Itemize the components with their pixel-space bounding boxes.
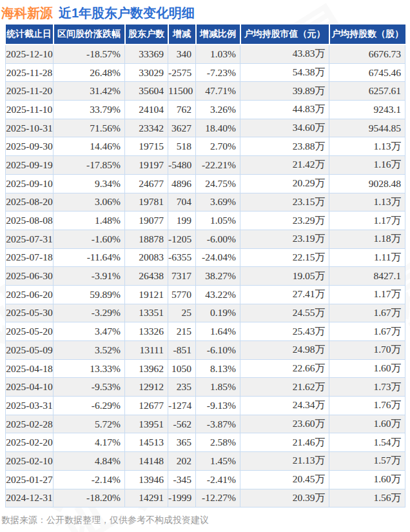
cell-date: 2025-05-09 — [6, 341, 54, 360]
cell-change: -1274 — [168, 397, 196, 415]
cell-avg-shares: 6745.46 — [329, 63, 405, 82]
cell-date: 2024-12-31 — [6, 489, 54, 507]
cell-price-change: 5.72% — [54, 415, 125, 433]
cell-price-change: -3.91% — [54, 267, 125, 286]
cell-holders: 33029 — [125, 63, 168, 82]
cell-price-change: 1.48% — [54, 212, 125, 230]
cell-avg-shares: 1.13万 — [329, 137, 405, 156]
cell-date: 2025-09-19 — [6, 156, 54, 175]
cell-holders: 13111 — [125, 341, 168, 360]
cell-avg-market-value: 22.15万 — [240, 248, 329, 267]
cell-avg-shares: 1.13万 — [329, 193, 405, 212]
cell-price-change: -18.20% — [54, 489, 125, 507]
cell-avg-market-value: 54.38万 — [240, 63, 329, 82]
title-text: 近1年股东户数变化明细 — [59, 6, 195, 20]
cell-price-change: 71.56% — [54, 119, 125, 137]
cell-change: 215 — [168, 322, 196, 341]
cell-change-ratio: 2.70% — [196, 137, 240, 156]
cell-date: 2025-08-08 — [6, 212, 54, 230]
cell-avg-shares: 1.73万 — [329, 378, 405, 397]
cell-change: -345 — [168, 470, 196, 489]
cell-price-change: 3.47% — [54, 322, 125, 341]
cell-change-ratio: -22.21% — [196, 156, 240, 175]
cell-avg-market-value: 21.62万 — [240, 378, 329, 397]
cell-change-ratio: 3.26% — [196, 101, 240, 119]
cell-avg-shares: 6257.61 — [329, 82, 405, 101]
cell-change: -1205 — [168, 230, 196, 248]
cell-avg-shares: 1.60万 — [329, 359, 405, 378]
table-row: 2025-09-109.34%24677489624.75%20.29万9028… — [6, 174, 405, 193]
cell-date: 2025-02-10 — [6, 452, 54, 471]
cell-holders: 26438 — [125, 267, 168, 286]
table-row: 2025-09-3014.46%197155182.70%23.88万1.13万 — [6, 137, 405, 156]
cell-change: 704 — [168, 193, 196, 212]
table-row: 2024-12-31-18.20%14291-1999-12.27%20.39万… — [6, 489, 405, 507]
table-row: 2025-05-203.47%133262151.64%25.43万1.67万 — [6, 322, 405, 341]
cell-price-change: -1.60% — [54, 230, 125, 248]
table-row: 2025-10-3171.56%23342362718.40%34.60万954… — [6, 119, 405, 137]
cell-date: 2025-08-20 — [6, 193, 54, 212]
cell-price-change: 26.48% — [54, 63, 125, 82]
cell-change-ratio: 1.05% — [196, 212, 240, 230]
cell-holders: 35604 — [125, 82, 168, 101]
cell-change-ratio: 1.85% — [196, 378, 240, 397]
table-row: 2025-04-1813.33%1396210508.13%22.66万1.60… — [6, 359, 405, 378]
cell-date: 2025-03-31 — [6, 397, 54, 415]
cell-change-ratio: 3.69% — [196, 193, 240, 212]
cell-avg-market-value: 20.29万 — [240, 174, 329, 193]
cell-date: 2025-09-30 — [6, 137, 54, 156]
cell-avg-market-value: 19.05万 — [240, 267, 329, 286]
cell-price-change: 3.52% — [54, 341, 125, 360]
cell-avg-market-value: 25.43万 — [240, 322, 329, 341]
cell-date: 2025-09-10 — [6, 174, 54, 193]
cell-change-ratio: 38.27% — [196, 267, 240, 286]
cell-avg-shares: 1.70万 — [329, 341, 405, 360]
cell-holders: 19197 — [125, 156, 168, 175]
cell-avg-market-value: 23.88万 — [240, 137, 329, 156]
table-row: 2025-04-10-9.53%129122351.85%21.62万1.73万 — [6, 378, 405, 397]
cell-price-change: 3.06% — [54, 193, 125, 212]
cell-date: 2025-07-31 — [6, 230, 54, 248]
column-header-change-ratio: 增减比例 — [196, 25, 240, 44]
cell-holders: 19781 — [125, 193, 168, 212]
cell-avg-market-value: 23.29万 — [240, 212, 329, 230]
cell-change: 7317 — [168, 267, 196, 286]
stock-name: 海科新源 — [1, 6, 53, 20]
cell-avg-market-value: 23.60万 — [240, 415, 329, 433]
cell-date: 2025-12-10 — [6, 44, 54, 63]
table-row: 2025-02-204.17%145133652.58%21.46万1.54万 — [6, 433, 405, 452]
column-header-change: 增减 — [168, 25, 196, 44]
cell-date: 2025-11-28 — [6, 63, 54, 82]
shareholder-table: 统计截止日 区间股价涨跌幅 股东户数 增减 增减比例 户均持股市值（元） 户均持… — [5, 25, 405, 507]
cell-change: -562 — [168, 415, 196, 433]
cell-price-change: -11.64% — [54, 248, 125, 267]
cell-avg-shares: 1.17万 — [329, 285, 405, 304]
table-row: 2025-07-31-1.60%18878-1205-6.00%23.19万1.… — [6, 230, 405, 248]
table-row: 2025-01-27-2.14%13946-345-2.41%20.45万1.6… — [6, 470, 405, 489]
cell-holders: 14513 — [125, 433, 168, 452]
cell-avg-market-value: 24.98万 — [240, 341, 329, 360]
cell-holders: 19121 — [125, 285, 168, 304]
table-row: 2025-05-30-3.29%13351250.19%24.55万1.67万 — [6, 304, 405, 322]
cell-avg-market-value: 21.42万 — [240, 156, 329, 175]
header-row: 统计截止日 区间股价涨跌幅 股东户数 增减 增减比例 户均持股市值（元） 户均持… — [6, 25, 405, 44]
cell-avg-market-value: 24.55万 — [240, 304, 329, 322]
cell-avg-shares: 1.54万 — [329, 433, 405, 452]
cell-avg-market-value: 21.13万 — [240, 452, 329, 471]
cell-holders: 24677 — [125, 174, 168, 193]
cell-price-change: 33.79% — [54, 101, 125, 119]
cell-avg-shares: 1.67万 — [329, 304, 405, 322]
cell-change: 11500 — [168, 82, 196, 101]
cell-avg-market-value: 27.41万 — [240, 285, 329, 304]
cell-avg-shares: 1.16万 — [329, 156, 405, 175]
cell-change: 5770 — [168, 285, 196, 304]
cell-date: 2025-11-10 — [6, 101, 54, 119]
cell-date: 2025-10-31 — [6, 119, 54, 137]
table-row: 2025-12-10-18.57%333693401.03%43.83万6676… — [6, 44, 405, 63]
table-row: 2025-08-203.06%197817043.69%23.15万1.13万 — [6, 193, 405, 212]
cell-price-change: -9.53% — [54, 378, 125, 397]
cell-holders: 14148 — [125, 452, 168, 471]
table-row: 2025-11-2031.42%356041150047.71%39.89万62… — [6, 82, 405, 101]
cell-avg-shares: 9243.1 — [329, 101, 405, 119]
cell-holders: 23342 — [125, 119, 168, 137]
